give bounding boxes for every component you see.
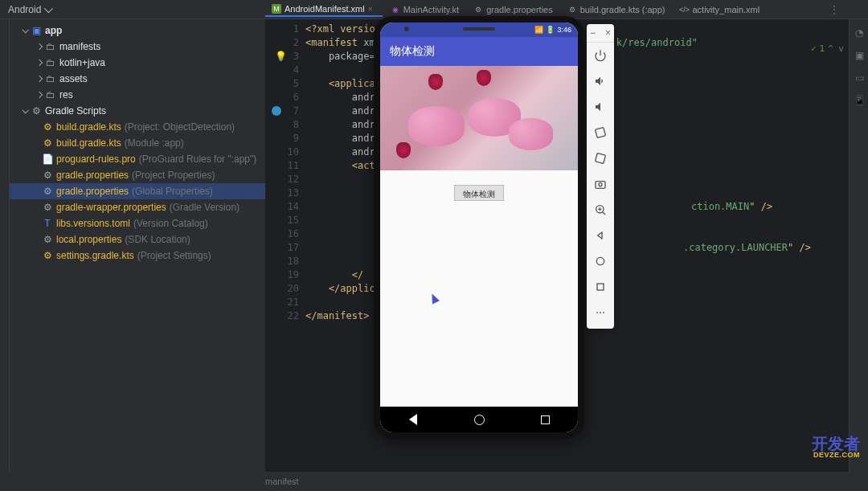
line-number: 6 <box>265 91 299 104</box>
svg-rect-11 <box>597 284 604 290</box>
gear-icon: ⚙ <box>42 186 53 197</box>
tree-file-build-project[interactable]: ⚙ build.gradle.kts (Project: ObjectDetec… <box>10 119 265 135</box>
editor-gutter: 1 2 💡3 4 5 6 7 8 9 10 11 12 13 14 15 16 … <box>265 19 305 472</box>
tree-gradle-scripts[interactable]: ⚙ Gradle Scripts <box>10 103 265 119</box>
tree-file-wrapper-props[interactable]: ⚙ gradle-wrapper.properties (Gradle Vers… <box>10 199 265 215</box>
app-title: 物体检测 <box>390 44 435 59</box>
xml-file-icon: M <box>272 4 281 14</box>
tree-label: gradle.properties <box>56 186 129 197</box>
validation-count: 1 <box>820 43 825 54</box>
tab-mainactivity[interactable]: ◉ MainActivity.kt <box>384 3 465 16</box>
line-number: 21 <box>265 296 299 309</box>
line-number: 12 <box>265 173 299 186</box>
nav-back-button[interactable] <box>407 414 419 425</box>
emulator-screen[interactable]: 📶 🔋 3:46 物体检测 物体检测 <box>380 23 578 432</box>
svg-line-6 <box>603 212 605 215</box>
tab-label: gradle.properties <box>486 5 553 14</box>
toml-icon: T <box>42 218 53 229</box>
device-manager-icon[interactable]: ▭ <box>850 69 868 87</box>
tab-manifest[interactable]: M AndroidManifest.xml × <box>265 2 383 17</box>
svg-marker-9 <box>598 232 602 239</box>
tree-file-libs-toml[interactable]: T libs.versions.toml (Version Catalog) <box>10 215 265 231</box>
bulb-icon[interactable]: 💡 <box>275 50 287 63</box>
svg-point-4 <box>599 183 602 186</box>
tree-file-local-props[interactable]: ⚙ local.properties (SDK Location) <box>10 231 265 248</box>
gear-icon: ⚙ <box>42 234 53 245</box>
expand-icon <box>22 27 28 33</box>
tree-label: proguard-rules.pro <box>56 153 136 165</box>
tree-file-gradle-props-global[interactable]: ⚙ gradle.properties (Global Properties) <box>10 183 265 199</box>
gear-icon: ⚙ <box>567 5 577 14</box>
gradle-panel-icon[interactable]: ▣ <box>850 47 868 64</box>
tree-file-settings[interactable]: ⚙ settings.gradle.kts (Project Settings) <box>10 248 265 264</box>
tree-label: manifests <box>59 41 100 52</box>
rotate-right-icon[interactable] <box>587 145 614 171</box>
tabs-more-icon[interactable]: ⋮ <box>825 4 844 15</box>
zoom-icon[interactable] <box>587 197 614 223</box>
tab-build-gradle-app[interactable]: ⚙ build.gradle.kts (:app) <box>561 3 672 16</box>
svg-rect-3 <box>596 182 605 189</box>
screenshot-icon[interactable] <box>587 171 614 197</box>
power-icon[interactable] <box>587 43 614 68</box>
right-tool-strip: ◔ ▣ ▭ 📱 <box>849 19 868 472</box>
nav-home-button[interactable] <box>473 414 485 425</box>
tree-label: app <box>45 25 62 36</box>
rotate-left-icon[interactable] <box>587 120 614 145</box>
tree-file-proguard[interactable]: 📄 proguard-rules.pro (ProGuard Rules for… <box>10 151 265 167</box>
home-icon[interactable] <box>587 248 614 274</box>
validation-indicator[interactable]: ✓ 1 ^ v <box>811 43 844 54</box>
info-gutter-icon[interactable] <box>272 106 281 116</box>
more-icon[interactable]: ⋯ <box>587 300 614 325</box>
emulator-panel-icon[interactable]: 📱 <box>850 92 868 109</box>
line-number: 💡3 <box>265 50 299 63</box>
validation-nav: ^ v <box>828 43 844 54</box>
close-icon[interactable]: × <box>605 27 611 39</box>
line-number: 11 <box>265 159 299 173</box>
overview-icon[interactable] <box>587 274 614 300</box>
close-icon[interactable]: × <box>368 5 376 13</box>
volume-up-icon[interactable] <box>587 68 614 94</box>
line-number: 8 <box>265 118 299 132</box>
tree-manifests[interactable]: 🗀 manifests <box>10 39 265 55</box>
status-time: 3:46 <box>557 26 571 34</box>
svg-point-10 <box>596 257 604 264</box>
tree-app[interactable]: ▣ app <box>10 23 265 39</box>
tab-gradle-properties[interactable]: ⚙ gradle.properties <box>467 3 559 16</box>
chevron-down-icon <box>44 3 53 12</box>
line-number: 9 <box>265 132 299 145</box>
gradle-icon: ⚙ <box>31 105 42 117</box>
gradle-kts-icon: ⚙ <box>42 121 53 133</box>
tree-file-build-app[interactable]: ⚙ build.gradle.kts (Module :app) <box>10 135 265 151</box>
tree-file-gradle-props[interactable]: ⚙ gradle.properties (Project Properties) <box>10 167 265 183</box>
project-view-dropdown[interactable]: Android <box>8 4 51 15</box>
tree-label: gradle.properties <box>56 170 129 181</box>
tree-res[interactable]: 🗀 res <box>10 87 265 103</box>
svg-rect-1 <box>595 127 605 137</box>
detect-button[interactable]: 物体检测 <box>454 185 504 201</box>
tree-label: res <box>59 89 73 100</box>
expand-icon <box>22 107 28 113</box>
line-number: 4 <box>265 63 299 77</box>
volume-down-icon[interactable] <box>587 94 614 120</box>
tab-activity-main[interactable]: </> activity_main.xml <box>673 3 766 16</box>
tree-hint: (Project Properties) <box>132 170 215 181</box>
gradle-kts-icon: ⚙ <box>42 137 53 149</box>
nav-recent-button[interactable] <box>539 414 551 425</box>
tree-assets[interactable]: 🗀 assets <box>10 71 265 87</box>
project-view-label: Android <box>8 4 41 15</box>
line-number: 22 <box>265 309 299 323</box>
folder-icon: 🗀 <box>45 41 56 52</box>
line-number: 2 <box>265 36 299 50</box>
notifications-icon[interactable]: ◔ <box>850 24 868 42</box>
check-icon: ✓ <box>811 43 817 54</box>
tree-label: build.gradle.kts <box>56 121 121 133</box>
gear-icon: ⚙ <box>42 202 53 213</box>
tree-kotlin-java[interactable]: 🗀 kotlin+java <box>10 55 265 71</box>
breadcrumb[interactable]: manifest <box>265 477 299 486</box>
minimize-icon[interactable]: − <box>590 27 596 39</box>
tree-hint: (Module :app) <box>125 137 184 149</box>
tab-label: activity_main.xml <box>692 5 760 14</box>
tree-hint: (ProGuard Rules for ":app") <box>139 153 257 165</box>
android-nav-bar <box>380 407 578 432</box>
back-icon[interactable] <box>587 223 614 248</box>
